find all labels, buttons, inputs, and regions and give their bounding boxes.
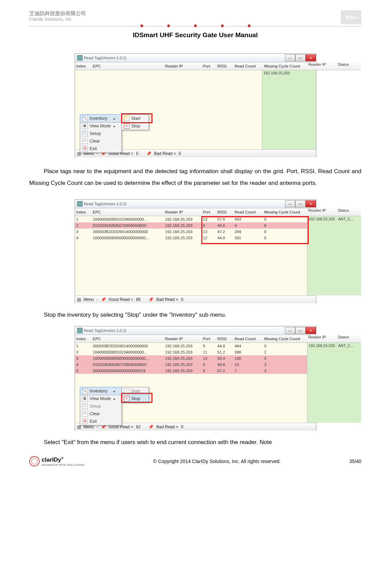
- chevron-right-icon: ▸: [114, 397, 115, 401]
- right-row: 192.168.25.203: [262, 70, 316, 76]
- minimize-button[interactable]: —: [285, 327, 295, 334]
- screenshot-1: Read Tag(Version:1.0.2) — ▭ ✕ Index EPC …: [75, 53, 316, 157]
- table-row: 1300833B2DDD9014000000000192.168.25.2039…: [75, 343, 307, 349]
- grid-left-pane: 1104000000001023A8000000...192.168.25.20…: [75, 216, 307, 295]
- table-header-right: Reader IP Status: [307, 62, 361, 70]
- grid-right-pane: 192.168.25.203ANT_C...: [307, 343, 361, 423]
- close-button[interactable]: ✕: [306, 327, 316, 334]
- submenu-inventory[interactable]: ⌇Start ⊝Stop: [121, 387, 149, 403]
- table-header-right: Reader IPStatus: [307, 208, 361, 216]
- maximize-button[interactable]: ▭: [295, 54, 306, 61]
- submenu-item-start[interactable]: ⌇Start: [122, 115, 149, 122]
- maximize-button[interactable]: ▭: [295, 200, 306, 207]
- table-row: 2104000000001023A8000000...192.168.25.20…: [75, 349, 307, 355]
- window-title: Read Tag(Version:1.0.2): [84, 56, 127, 60]
- view-icon: ▦: [82, 396, 88, 401]
- pin-red-icon: 📌: [148, 424, 153, 429]
- app-icon: [77, 201, 83, 207]
- info-icon: ⓘ: [82, 403, 88, 409]
- close-button[interactable]: ✕: [306, 200, 316, 207]
- table-row: 40102030405060708090A0B0C192.168.25.2039…: [75, 361, 307, 368]
- grid-left-pane: 🔍Inventory▸ ⌇Start ⊝Stop ▦View Mode▸ ⓘSe…: [75, 70, 262, 149]
- menu-item-exit[interactable]: ⏻Exit: [80, 418, 121, 425]
- menu-item-setup[interactable]: ⓘSetup: [80, 130, 121, 137]
- footer-copyright: © Copyright 2014 ClarIDy Solutions, Inc.…: [153, 459, 281, 464]
- dotted-divider: [29, 26, 361, 27]
- company-block: 艾迪訊科技股份有限公司 Claridy Solutions, Inc.: [29, 10, 86, 22]
- table-row: 3100000000000000000000000...192.168.25.2…: [75, 355, 307, 361]
- table-header-left: Index EPC Reader IP Port RSSI Read Count…: [75, 62, 307, 70]
- screenshot-3: Read Tag(Version:1.0.2) —▭✕ IndexEPCRead…: [75, 326, 316, 431]
- submenu-item-stop[interactable]: ⊝Stop: [122, 122, 149, 130]
- grid-right-pane: 192.168.25.203ANT_C...: [307, 216, 361, 295]
- screenshot-2: Read Tag(Version:1.0.2) —▭✕ IndexEPCRead…: [75, 199, 316, 303]
- table-row: 1104000000001023A8000000...192.168.25.20…: [75, 216, 307, 222]
- window-titlebar: Read Tag(Version:1.0.2) —▭✕: [75, 326, 316, 335]
- pin-red-icon: 📌: [148, 297, 153, 302]
- rss-icon: ⌇: [124, 116, 129, 121]
- status-bar: ▤Menu- 📌Good Read =85 📌Bad Read =0: [75, 295, 316, 303]
- menu-item-clear[interactable]: ✂Clear: [80, 137, 121, 145]
- menu-item-viewmode[interactable]: ▦View Mode▸: [80, 122, 121, 130]
- view-icon: ▦: [82, 123, 88, 129]
- table-row: 4100000000000000000000000...192.168.25.2…: [75, 235, 307, 241]
- grid-right-pane: 192.168.25.203: [262, 70, 316, 149]
- menu-button[interactable]: Menu: [84, 297, 94, 302]
- window-titlebar: Read Tag(Version:1.0.2) —▭✕: [75, 200, 316, 208]
- table-row: 20102030405060708090A0B0C192.168.25.2039…: [75, 222, 307, 229]
- header-logo-right: IDSm: [341, 10, 361, 24]
- exit-icon: ⏻: [82, 419, 88, 424]
- table-row: 5000000000000000000009224192.168.25.2038…: [75, 368, 307, 374]
- clear-icon: ✂: [82, 411, 88, 417]
- chevron-right-icon: ▸: [114, 117, 115, 120]
- menu-item-setup: ⓘSetup: [80, 402, 121, 410]
- rss-icon: ⌇: [124, 388, 129, 394]
- paragraph-3: Select "Exit" from the menu if users wis…: [29, 439, 361, 446]
- pin-green-icon: 📌: [101, 297, 106, 302]
- context-menu[interactable]: 🔍Inventory▸ ⌇Start ⊝Stop ▦View Mode▸ ⓘSe…: [80, 114, 122, 153]
- app-icon: [77, 55, 83, 61]
- right-row: 192.168.25.203ANT_C...: [307, 343, 361, 348]
- menu-item-clear[interactable]: ✂Clear: [80, 410, 121, 418]
- divider-dots: [29, 24, 361, 27]
- close-button[interactable]: ✕: [306, 54, 316, 61]
- chevron-right-icon: ▸: [114, 124, 115, 128]
- company-name-ch: 艾迪訊科技股份有限公司: [29, 10, 86, 17]
- table-header-right: Reader IPStatus: [307, 335, 361, 343]
- grid-left-pane: 1300833B2DDD9014000000000192.168.25.2039…: [75, 343, 307, 423]
- stop-icon: ⊝: [124, 396, 129, 401]
- app-icon: [77, 328, 83, 333]
- magnifier-icon: 🔍: [82, 116, 88, 121]
- window-buttons: — ▭ ✕: [285, 54, 316, 61]
- maximize-button[interactable]: ▭: [295, 327, 306, 334]
- submenu-item-start[interactable]: ⌇Start: [122, 387, 149, 395]
- page-footer: clarIDy®ADVANCED RFID SOLUTIONS © Copyri…: [29, 453, 361, 468]
- context-menu[interactable]: 🔍Inventory▸ ⌇Start ⊝Stop ▦View Mode▸ ⓘSe…: [80, 387, 122, 426]
- menu-item-viewmode[interactable]: ▦View Mode▸: [80, 395, 121, 402]
- table-header-left: IndexEPCReader IPPortRSSIRead CountMissi…: [75, 335, 307, 343]
- footer-page-number: 35/40: [349, 459, 361, 464]
- menu-item-inventory[interactable]: 🔍Inventory▸ ⌇Start ⊝Stop: [80, 114, 122, 123]
- window-title: Read Tag(Version:1.0.2): [84, 328, 127, 333]
- manual-title: IDSmart UHF Security Gate User Manual: [29, 31, 361, 39]
- paragraph-2: Stop the inventory by selecting "Stop" u…: [29, 312, 361, 318]
- minimize-button[interactable]: —: [285, 200, 295, 207]
- menu-item-inventory[interactable]: 🔍Inventory▸ ⌇Start ⊝Stop: [80, 387, 122, 395]
- window-titlebar: Read Tag(Version:1.0.2) — ▭ ✕: [75, 54, 316, 62]
- pin-red-icon: 📌: [146, 151, 151, 156]
- company-name-en: Claridy Solutions, Inc.: [29, 17, 86, 22]
- submenu-item-stop[interactable]: ⊝Stop: [121, 395, 149, 403]
- footer-logo: clarIDy®ADVANCED RFID SOLUTIONS: [29, 456, 85, 466]
- info-icon: ⓘ: [82, 131, 88, 136]
- logo-ring-icon: [29, 456, 40, 466]
- magnifier-icon: 🔍: [82, 388, 88, 394]
- stop-icon: ⊝: [124, 123, 129, 129]
- window-title: Read Tag(Version:1.0.2): [84, 202, 127, 206]
- minimize-button[interactable]: —: [285, 54, 295, 61]
- exit-icon: ⏻: [82, 146, 88, 151]
- paragraph-1: Place tags near to the equipment and the…: [29, 166, 361, 189]
- submenu-inventory[interactable]: ⌇Start ⊝Stop: [121, 114, 149, 130]
- right-row: 192.168.25.203ANT_C...: [307, 216, 361, 222]
- clear-icon: ✂: [82, 138, 88, 144]
- menu-item-exit[interactable]: ⏻Exit: [80, 145, 121, 153]
